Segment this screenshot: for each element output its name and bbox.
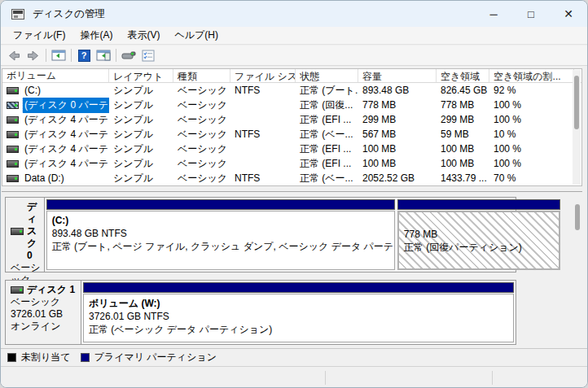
cell-freespace: 299 MB [437,114,489,125]
cell-layout: シンプル [109,98,173,112]
table-row[interactable]: (ディスク 4 パーティシ... シンプル ベーシック 正常 (EFI ... … [2,142,581,156]
volume-name: (ディスク 4 パーティシ... [23,112,109,128]
table-row-selected[interactable]: (ディスク 0 パーティシ... シンプル ベーシック 正常 (回復... 77… [2,98,581,112]
menu-help[interactable]: ヘルプ(H) [167,27,226,44]
menubar: ファイル(F) 操作(A) 表示(V) ヘルプ(H) [1,27,587,45]
table-row[interactable]: (C:) シンプル ベーシック NTFS 正常 (ブート... 893.48 G… [2,83,581,98]
disk-status: オンライン [11,320,77,333]
partition-color-bar [46,199,395,210]
cell-status: 正常 (ベー... [296,172,358,185]
cell-status: 正常 (ブート... [296,84,358,98]
cell-layout: シンプル [109,142,173,156]
toolbar-separator [116,49,116,62]
disk-type: ベーシック [11,296,77,308]
column-header-type[interactable]: 種類 [173,69,230,82]
menu-action[interactable]: 操作(A) [72,27,120,44]
volume-name: (ディスク 4 パーティシ... [23,156,109,172]
disk-1-header[interactable]: ディスク 1 ベーシック 3726.01 GB オンライン [6,281,81,344]
close-button[interactable]: ✕ [550,1,587,27]
column-header-volume[interactable]: ボリューム [2,69,109,82]
table-row[interactable]: (ディスク 4 パーティシ... シンプル ベーシック 正常 (EFI ... … [2,156,581,171]
partition-status: 正常 (ブート, ページ ファイル, クラッシュ ダンプ, ベーシック データ … [52,240,389,253]
cell-type: ベーシック [173,113,230,127]
show-console-tree-icon[interactable] [49,47,68,64]
forward-icon[interactable] [24,47,43,64]
cell-capacity: 893.48 GB [358,85,437,96]
minimize-button[interactable]: ─ [475,1,512,27]
cell-freepct: 10 % [489,129,574,140]
cell-type: ベーシック [173,157,230,171]
partition-recovery-selected[interactable]: 778 MB 正常 (回復パーティション) [397,199,560,270]
column-header-layout[interactable]: レイアウト [109,69,173,82]
vertical-scrollbar[interactable] [573,70,581,185]
partition-w[interactable]: ボリューム (W:) 3726.01 GB NTFS 正常 (ベーシック データ… [83,282,514,342]
statusbar-divider [325,371,326,385]
primary-partition-swatch [81,353,90,362]
vertical-scrollbar[interactable] [573,193,581,346]
cell-freepct: 100 % [489,143,574,155]
cell-filesystem: NTFS [230,85,296,96]
status-bar [1,366,587,388]
column-header-capacity[interactable]: 容量 [358,69,437,82]
cell-type: ベーシック [173,142,230,156]
cell-freespace: 59 MB [437,129,489,140]
disk-0-header[interactable]: ディスク 0 ベーシック 894.24 GB オンライン [6,198,45,272]
toolbar: ? [1,46,587,66]
cell-filesystem: NTFS [230,172,296,184]
menu-file[interactable]: ファイル(F) [6,27,72,44]
disk-0-graph: (C:) 893.48 GB NTFS 正常 (ブート, ページ ファイル, ク… [45,198,564,272]
volume-name: (ディスク 0 パーティシ... [23,98,109,113]
legend-primary-label: プライマリ パーティション [94,351,217,364]
column-header-freespace[interactable]: 空き領域 [437,69,489,82]
cell-layout: シンプル [109,113,173,127]
cell-freepct: 100 % [489,114,574,125]
device-properties-icon[interactable] [119,47,138,64]
cell-freespace: 100 MB [437,143,489,155]
maximize-button[interactable]: □ [512,1,550,27]
volume-name: (C:) [23,84,42,97]
volume-name: (ディスク 4 パーティシ... [23,142,109,157]
table-row[interactable]: Data (D:) シンプル ベーシック NTFS 正常 (ベー... 2052… [2,171,581,185]
table-row[interactable]: (ディスク 4 パーティシ... シンプル ベーシック 正常 (EFI ... … [2,112,581,127]
cell-freepct: 100 % [489,158,574,169]
help-icon[interactable]: ? [74,47,94,64]
column-header-filesystem[interactable]: ファイル システム [230,69,296,82]
table-row[interactable]: (ディスク 4 パーティシ... シンプル ベーシック NTFS 正常 (ベー.… [2,127,581,142]
cell-freepct: 100 % [489,99,574,111]
show-action-pane-icon[interactable] [94,47,113,64]
checklist-icon[interactable] [138,47,158,64]
cell-status: 正常 (EFI ... [296,113,358,127]
titlebar[interactable]: ディスクの管理 ─ □ ✕ [1,1,587,27]
scrollbar-thumb[interactable] [575,204,580,230]
menu-view[interactable]: 表示(V) [120,27,167,44]
cell-capacity: 567 MB [358,129,437,140]
column-header-freepct[interactable]: 空き領域の割... [489,69,574,82]
cell-layout: シンプル [109,128,173,142]
volume-list-header: ボリューム レイアウト 種類 ファイル システム 状態 容量 空き領域 空き領域… [2,69,581,83]
column-header-status[interactable]: 状態 [296,69,358,82]
partition-size: 893.48 GB NTFS [52,227,389,240]
volume-icon [7,131,19,138]
partition-size: 3726.01 GB NTFS [89,310,508,323]
cell-filesystem: NTFS [230,129,296,140]
volume-icon [7,146,19,153]
disk-name: ディスク 1 [27,284,75,296]
cell-status: 正常 (EFI ... [296,157,358,171]
toolbar-separator [46,49,46,62]
disk-1-strip: ディスク 1 ベーシック 3726.01 GB オンライン ボリューム (W:)… [5,280,516,345]
disk-icon [11,286,24,294]
legend-unallocated-label: 未割り当て [21,351,71,364]
cell-layout: シンプル [109,172,173,185]
cell-freespace: 826.45 GB [437,85,489,96]
cell-capacity: 100 MB [358,143,437,155]
partition-c[interactable]: (C:) 893.48 GB NTFS 正常 (ブート, ページ ファイル, ク… [46,199,395,270]
volume-icon [7,102,19,109]
legend-bar: 未割り当て プライマリ パーティション [1,348,587,365]
scrollbar-thumb[interactable] [574,76,579,129]
volume-icon [7,175,19,182]
volume-icon [7,87,19,94]
back-icon[interactable] [4,47,24,64]
toolbar-separator [71,49,72,62]
volume-icon [7,116,19,124]
disk-management-app-icon [11,9,24,20]
